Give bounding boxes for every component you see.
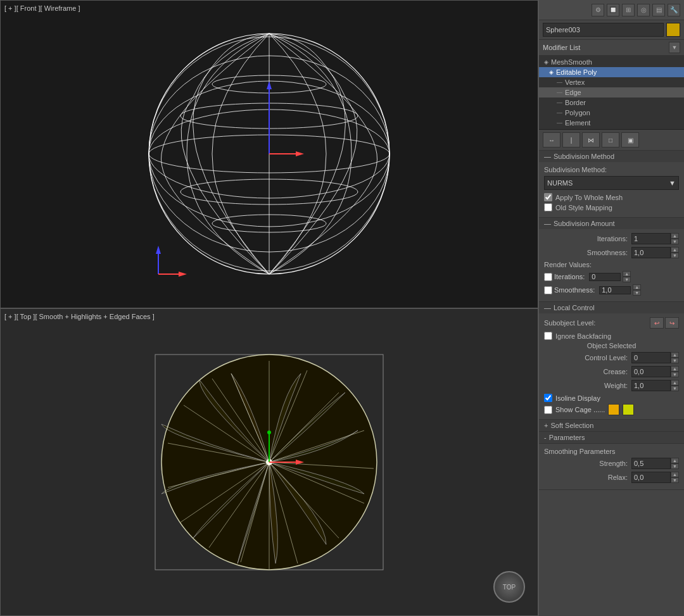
- render-iterations-up[interactable]: ▲: [623, 271, 631, 277]
- smoothness-up[interactable]: ▲: [671, 247, 679, 253]
- smoothing-params-section: Smoothing Parameters Strength: ▲ ▼ Relax…: [539, 444, 684, 490]
- show-cage-checkbox[interactable]: [544, 406, 552, 414]
- isoline-label: Isoline Display: [555, 394, 600, 402]
- object-selected-label: Object Selected: [544, 342, 679, 349]
- smoothness-spinner-btns: ▲ ▼: [671, 247, 679, 258]
- tree-bullet-element: —: [557, 120, 562, 126]
- strength-up[interactable]: ▲: [671, 458, 679, 463]
- parameters-header[interactable]: - Parameters: [539, 432, 684, 444]
- svg-marker-14: [296, 151, 304, 156]
- subobject-level-label: Subobject Level:: [544, 319, 647, 327]
- subobj-icon-2[interactable]: ↪: [665, 317, 679, 329]
- relax-input[interactable]: [631, 472, 671, 483]
- local-control-header[interactable]: — Local Control: [539, 302, 684, 313]
- svg-marker-16: [156, 246, 161, 254]
- method-label: Subdivision Method:: [544, 166, 607, 173]
- control-level-down[interactable]: ▼: [671, 358, 679, 363]
- weight-input[interactable]: [631, 380, 671, 391]
- tree-label-element: Element: [565, 119, 590, 127]
- iterations-down[interactable]: ▼: [671, 239, 679, 244]
- render-smoothness-input[interactable]: [599, 286, 631, 294]
- control-level-label: Control Level:: [544, 354, 631, 361]
- weight-up[interactable]: ▲: [671, 380, 679, 386]
- sub-btn-5[interactable]: ▣: [621, 132, 639, 148]
- weight-label: Weight:: [544, 382, 631, 389]
- smoothness-input[interactable]: [631, 247, 671, 258]
- nurms-dropdown[interactable]: NURMS ▼: [544, 176, 679, 190]
- iterations-up[interactable]: ▲: [671, 233, 679, 239]
- subdivision-method-header[interactable]: — Subdivision Method: [539, 151, 684, 162]
- render-iterations-checkbox[interactable]: [544, 273, 552, 281]
- object-name-input[interactable]: [543, 23, 664, 37]
- subdivision-amount-header[interactable]: — Subdivision Amount: [539, 218, 684, 229]
- modifier-list-label: Modifier List: [543, 44, 666, 51]
- render-iterations-input[interactable]: [589, 273, 621, 281]
- ignore-backfacing-checkbox[interactable]: [544, 332, 552, 340]
- viewport-bottom-label: [ + ][ Top ][ Smooth + Highlights + Edge…: [4, 313, 155, 320]
- tree-item-vertex[interactable]: — Vertex: [539, 77, 684, 87]
- control-level-up[interactable]: ▲: [671, 352, 679, 358]
- sub-btn-1[interactable]: ↔: [543, 132, 560, 148]
- ignore-backfacing-row: Ignore Backfacing: [544, 332, 679, 340]
- toolbar-icon-settings[interactable]: ⚙: [592, 4, 604, 16]
- subobj-icon-1[interactable]: ↩: [650, 317, 664, 329]
- top-viewport-content: [1, 1, 538, 308]
- soft-selection-header[interactable]: + Soft Selection: [539, 420, 684, 432]
- nav-cube[interactable]: TOP: [493, 571, 525, 603]
- crease-up[interactable]: ▲: [671, 366, 679, 372]
- sub-btn-3[interactable]: ⋈: [582, 132, 600, 148]
- tree-label-polygon: Polygon: [565, 109, 590, 116]
- toolbar-icon-view1[interactable]: 🔲: [607, 4, 619, 16]
- cage-color-swatch-2[interactable]: [623, 404, 634, 415]
- toolbar-icon-wrench[interactable]: 🔧: [668, 4, 680, 16]
- object-color-swatch[interactable]: [666, 23, 680, 37]
- sub-btn-2[interactable]: |: [562, 132, 580, 148]
- top-view-sphere-svg: [111, 336, 428, 589]
- viewport-bottom[interactable]: [ + ][ Top ][ Smooth + Highlights + Edge…: [0, 308, 538, 617]
- tree-bullet-edge: —: [557, 89, 562, 96]
- iterations-input[interactable]: [631, 233, 671, 244]
- modifier-list-dropdown[interactable]: ▼: [669, 42, 680, 53]
- sub-toolbar: ↔ | ⋈ □ ▣: [539, 130, 684, 151]
- toolbar-icon-view4[interactable]: ▤: [652, 4, 665, 16]
- tree-item-editablepoly[interactable]: ◈ Editable Poly: [539, 67, 684, 77]
- render-smoothness-checkbox[interactable]: [544, 286, 552, 294]
- nav-cube-label: TOP: [503, 584, 516, 591]
- tree-label-vertex: Vertex: [565, 79, 585, 86]
- modifier-tree: ◈ MeshSmooth ◈ Editable Poly — Vertex — …: [539, 56, 684, 130]
- render-smoothness-up[interactable]: ▲: [633, 284, 641, 290]
- viewport-nav-cube[interactable]: TOP: [493, 571, 525, 603]
- old-style-mapping-checkbox[interactable]: [544, 203, 552, 211]
- tree-icon-meshsmooth: ◈: [544, 59, 548, 65]
- toolbar-icon-view2[interactable]: ⊞: [622, 4, 635, 16]
- crease-down[interactable]: ▼: [671, 372, 679, 377]
- wireframe-sphere-svg: [136, 21, 402, 287]
- tree-item-element[interactable]: — Element: [539, 118, 684, 128]
- relax-down[interactable]: ▼: [671, 477, 679, 483]
- smoothness-down[interactable]: ▼: [671, 253, 679, 258]
- apply-whole-mesh-checkbox[interactable]: [544, 193, 552, 201]
- weight-down[interactable]: ▼: [671, 386, 679, 391]
- parameters-title: Parameters: [549, 434, 585, 441]
- tree-item-polygon[interactable]: — Polygon: [539, 108, 684, 118]
- render-iterations-down[interactable]: ▼: [623, 277, 631, 282]
- isoline-checkbox[interactable]: [544, 394, 552, 402]
- cage-color-swatch-1[interactable]: [608, 404, 619, 415]
- subdivision-method-title: Subdivision Method: [554, 153, 614, 160]
- strength-input[interactable]: [631, 458, 671, 469]
- tree-item-border[interactable]: — Border: [539, 97, 684, 108]
- tree-item-edge[interactable]: — Edge: [539, 87, 684, 97]
- toolbar-icon-view3[interactable]: ◎: [637, 4, 650, 16]
- relax-up[interactable]: ▲: [671, 472, 679, 477]
- render-iterations-label: Iterations:: [554, 273, 585, 280]
- control-level-input[interactable]: [631, 352, 671, 363]
- crease-input[interactable]: [631, 366, 671, 377]
- viewport-top[interactable]: [ + ][ Front ][ Wireframe ]: [0, 0, 538, 308]
- right-panel: ⚙ 🔲 ⊞ ◎ ▤ 🔧 Modifier List ▼ ◈ MeshSmooth…: [538, 0, 684, 616]
- render-smoothness-down[interactable]: ▼: [633, 290, 641, 296]
- iterations-row: Iterations: ▲ ▼: [544, 233, 679, 244]
- strength-down[interactable]: ▼: [671, 463, 679, 469]
- soft-selection-title: Soft Selection: [550, 422, 593, 429]
- sub-btn-4[interactable]: □: [602, 132, 619, 148]
- tree-item-meshsmooth[interactable]: ◈ MeshSmooth: [539, 57, 684, 67]
